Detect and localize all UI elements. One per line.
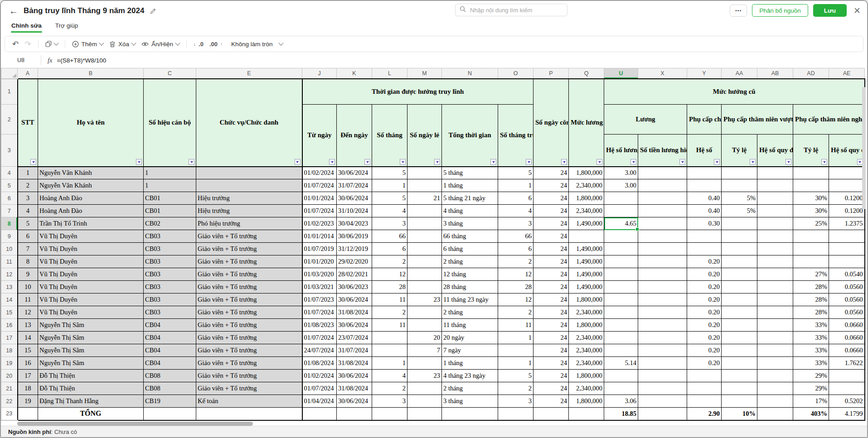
cell-to_date[interactable]: 29/02/2020 [337,255,372,268]
cell-insurance_months[interactable]: 12 [498,294,533,306]
cell-from_date[interactable]: 24/07/2024 [302,344,337,357]
cell-base_salary[interactable]: 1,490,000 [569,255,604,268]
cell-conv_sen[interactable] [829,230,865,243]
cell-total_time[interactable]: 20 ngày [442,332,498,344]
cell-staff_id[interactable]: CB04 [144,357,196,370]
cell-ratio_sen[interactable]: 30% [793,205,829,217]
cell-stt[interactable]: 12 [18,306,38,319]
header-seniority-group[interactable]: Phụ cấp thâm niên nghề [793,105,865,135]
cell-ratio_over[interactable] [722,344,757,357]
cell-insurance_months[interactable]: 1 [498,357,533,370]
column-header-AD[interactable]: AD [793,68,829,79]
cell-to_date[interactable]: 30/06/2024 [337,370,372,382]
cell-total_time[interactable]: 5 tháng 21 ngày [442,192,498,205]
column-header-K[interactable]: K [337,68,372,79]
cell-coef[interactable]: 0.40 [687,205,722,217]
cell-coef[interactable]: 0.20 [687,344,722,357]
filter-icon[interactable] [526,159,532,165]
cell-amount_current[interactable] [638,319,687,332]
cell-position[interactable]: Kế toán [196,395,302,408]
cell-position[interactable]: Giáo viên + Tổ trưởng [196,332,302,344]
cell-staff_id[interactable]: CB04 [144,332,196,344]
cell-coef_current[interactable] [604,370,638,382]
cell-odd_days[interactable] [407,319,442,332]
copy-button[interactable] [45,41,58,47]
cell-odd_days[interactable] [407,408,442,420]
cell-stt[interactable]: 9 [18,268,38,281]
cell-staff_id[interactable]: CB03 [144,306,196,319]
search-box[interactable] [455,4,567,16]
cell-months[interactable]: 11 [372,319,407,332]
rounding-dropdown[interactable]: Không làm tròn [231,41,283,48]
cell-staff_id[interactable]: CB01 [144,205,196,217]
cell-odd_days[interactable] [407,230,442,243]
more-button[interactable]: ••• [730,5,747,17]
cell-position[interactable]: Giáo viên + Tổ trưởng [196,344,302,357]
cell-position[interactable]: Giáo viên + Tổ trưởng [196,319,302,332]
cell-coef_current[interactable]: 18.85 [604,408,638,420]
row-header[interactable]: 16 [1,319,18,332]
cell-coef_current[interactable] [604,319,638,332]
cell-amount_current[interactable] [638,192,687,205]
cell-name[interactable]: Nguyễn Thị Sâm [38,357,144,370]
cell-standard_days[interactable]: 24 [533,243,569,255]
cell-base_salary[interactable]: 1,800,000 [569,192,604,205]
cell-total_time[interactable]: 28 tháng [442,281,498,294]
cell-stt[interactable]: 14 [18,332,38,344]
column-header-C[interactable]: C [144,68,196,79]
cell-insurance_months[interactable]: 1 [498,179,533,192]
cell-total_time[interactable]: 6 tháng [442,243,498,255]
cell-amount_current[interactable] [638,294,687,306]
cell-ratio_sen[interactable] [793,230,829,243]
cell-ratio_over[interactable] [722,382,757,395]
redo-button[interactable]: ↷ [24,39,31,49]
cell-name[interactable]: Vũ Thị Duyên [38,294,144,306]
filter-icon[interactable] [630,159,636,165]
cell-conv_sen[interactable] [829,167,865,179]
cell-to_date[interactable]: 31/08/2024 [337,306,372,319]
cell-ratio_over[interactable] [722,370,757,382]
cell-staff_id[interactable]: CB08 [144,370,196,382]
cell-total_time[interactable]: 12 tháng [442,268,498,281]
cell-amount_current[interactable] [638,370,687,382]
cell-to_date[interactable]: 30/06/2023 [337,281,372,294]
header-stt[interactable]: STT [18,79,38,167]
cell-coef_current[interactable]: 3.00 [604,167,638,179]
cell-name[interactable]: Vũ Thị Duyên [38,268,144,281]
cell-standard_days[interactable]: 24 [533,230,569,243]
cell-ratio_over[interactable]: 5% [722,192,757,205]
row-header[interactable]: 13 [1,281,18,294]
cell-staff_id[interactable]: 1 [144,179,196,192]
cell-conv_sen[interactable] [829,255,865,268]
cell-base_salary[interactable]: 2,340,000 [569,179,604,192]
row-header[interactable]: 2 [1,105,18,135]
close-icon[interactable]: ✕ [853,5,861,16]
column-header-U[interactable]: U [604,68,638,79]
row-header[interactable]: 8 [1,217,18,230]
cell-conv_over[interactable] [757,382,793,395]
cell-from_date[interactable] [302,408,337,420]
cell-standard_days[interactable]: 24 [533,294,569,306]
cell-coef[interactable]: 0.20 [687,255,722,268]
cell-amount_current[interactable] [638,205,687,217]
cell-coef_current[interactable] [604,281,638,294]
cell-coef[interactable]: 0.20 [687,281,722,294]
cell-coef_current[interactable]: 3.06 [604,395,638,408]
header-odd-days[interactable]: Số ngày lẻ [407,105,442,167]
column-header-X[interactable]: X [638,68,687,79]
cell-months[interactable]: 5 [372,192,407,205]
cell-conv_over[interactable] [757,167,793,179]
row-header[interactable]: 6 [1,192,18,205]
cell-position[interactable]: Giáo viên + Tổ trưởng [196,357,302,370]
header-months[interactable]: Số tháng [372,105,407,167]
cell-conv_sen[interactable]: 1.7622 [829,357,865,370]
cell-staff_id[interactable]: CB03 [144,243,196,255]
cell-ratio_over[interactable] [722,319,757,332]
cell-position[interactable]: Giáo viên + Tổ trưởng [196,230,302,243]
cell-insurance_months[interactable]: 6 [498,243,533,255]
filter-icon[interactable] [679,159,685,165]
cell-coef_current[interactable] [604,332,638,344]
cell-position[interactable]: Hiệu trưởng [196,205,302,217]
cell-to_date[interactable]: 30/06/2024 [337,319,372,332]
cell-from_date[interactable]: 01/07/2023 [302,294,337,306]
